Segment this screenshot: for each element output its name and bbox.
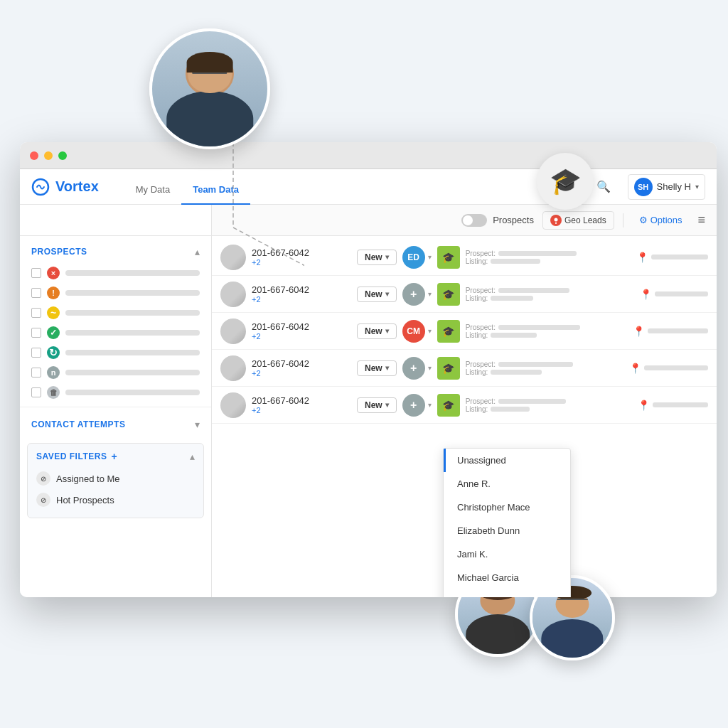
- sidebar-item[interactable]: ~: [20, 303, 211, 323]
- tab-my-data[interactable]: My Data: [124, 176, 181, 205]
- list-view-button[interactable]: ≡: [697, 213, 705, 228]
- dropdown-item-jami[interactable]: Jami K.: [444, 542, 570, 566]
- filter-item-hot-prospects[interactable]: ⊘ Hot Prospects: [36, 489, 195, 510]
- sidebar-item[interactable]: 🗑: [20, 382, 211, 402]
- table-row: 201-667-6042 +2 New ▾ + ▾ 🎓 Prospect: [212, 387, 717, 424]
- checkbox[interactable]: [31, 328, 41, 338]
- dropdown-item-michael[interactable]: Michael Garcia: [444, 566, 570, 589]
- dropdown-item-unassigned[interactable]: Unassigned: [444, 449, 570, 472]
- app-header: Vortex My Data Team Data 🔍 SH Shelly H ▾: [20, 169, 717, 205]
- assign-area[interactable]: + ▾: [402, 394, 432, 417]
- status-badge[interactable]: New ▾: [357, 397, 397, 413]
- checkbox[interactable]: [31, 348, 41, 358]
- status-label: New: [365, 252, 382, 262]
- geo-leads-label: Geo Leads: [564, 215, 606, 225]
- user-menu-button[interactable]: SH Shelly H ▾: [628, 174, 705, 200]
- status-badge[interactable]: New ▾: [357, 323, 397, 339]
- school-icon-button[interactable]: 🎓: [437, 283, 460, 306]
- status-badge[interactable]: New ▾: [357, 250, 397, 265]
- toolbar: Prospects Geo Leads ⚙ Options ≡: [212, 205, 717, 236]
- assign-area[interactable]: + ▾: [402, 357, 432, 380]
- top-portrait: [149, 28, 270, 149]
- saved-filters-collapse[interactable]: ▴: [190, 451, 195, 462]
- checkbox[interactable]: [31, 387, 41, 397]
- geo-leads-button[interactable]: Geo Leads: [542, 211, 614, 230]
- status-dot-yellow: ~: [47, 306, 60, 319]
- sidebar-item[interactable]: ✓: [20, 323, 211, 343]
- status-dot-green: ✓: [47, 326, 60, 339]
- location-pin-icon: 📍: [629, 363, 641, 374]
- status-badge[interactable]: New ▾: [357, 287, 397, 302]
- assignee-button[interactable]: +: [402, 357, 425, 380]
- location-bar: [648, 328, 708, 333]
- dropdown-item-christopher[interactable]: Christopher Mace: [444, 496, 570, 519]
- phone-col: 201-667-6042 +2: [252, 284, 351, 304]
- assign-area[interactable]: CM ▾: [402, 320, 432, 343]
- prospects-toggle[interactable]: Prospects: [461, 214, 534, 227]
- maximize-button[interactable]: [58, 151, 67, 160]
- school-icon-button[interactable]: 🎓: [437, 246, 460, 269]
- item-label-bar: [65, 330, 200, 336]
- toggle-switch[interactable]: [461, 214, 487, 227]
- status-dot-orange: !: [47, 287, 60, 299]
- phone-extra: +2: [252, 295, 351, 304]
- listing-line: Listing:: [466, 405, 632, 413]
- status-label: New: [365, 326, 382, 336]
- prospects-section-header: PROSPECTS ▴: [20, 236, 211, 263]
- location-bar: [644, 365, 708, 370]
- add-filter-button[interactable]: +: [111, 451, 117, 462]
- school-icon-button[interactable]: 🎓: [437, 394, 460, 417]
- gear-icon: ⚙: [639, 215, 648, 225]
- assignee-button[interactable]: +: [402, 283, 425, 306]
- filter-item-assigned-to-me[interactable]: ⊘ Assigned to Me: [36, 468, 195, 489]
- assignee-button[interactable]: +: [402, 394, 425, 417]
- checkbox[interactable]: [31, 268, 41, 278]
- table-row: 201-667-6042 +2 New ▾ + ▾ 🎓 Prospect: [212, 276, 717, 313]
- contact-attempts-chevron[interactable]: ▾: [195, 419, 200, 430]
- prospect-info: Prospect: Listing:: [466, 360, 623, 376]
- location-pin-icon: 📍: [633, 326, 645, 337]
- minimize-button[interactable]: [44, 151, 53, 160]
- assignee-button[interactable]: CM: [402, 320, 425, 343]
- checkbox[interactable]: [31, 308, 41, 318]
- listing-line: Listing:: [466, 368, 623, 376]
- location-pin-icon: 📍: [636, 252, 648, 263]
- status-dot-red: ×: [47, 267, 60, 279]
- close-button[interactable]: [30, 151, 38, 160]
- item-label-bar: [65, 290, 200, 296]
- status-badge[interactable]: New ▾: [357, 360, 397, 376]
- assign-area[interactable]: ED ▾: [402, 246, 432, 269]
- item-label-bar: [65, 270, 200, 276]
- dropdown-item-anne[interactable]: Anne R.: [444, 472, 570, 496]
- tab-team-data[interactable]: Team Data: [181, 176, 250, 205]
- prospects-collapse-icon[interactable]: ▴: [195, 246, 200, 257]
- assign-chevron-icon: ▾: [428, 327, 432, 335]
- logo-area: Vortex: [31, 178, 99, 196]
- prospect-bar: [498, 362, 573, 367]
- sidebar-item[interactable]: ↻: [20, 343, 211, 363]
- dropdown-item-elizabeth[interactable]: Elizabeth Dunn: [444, 519, 570, 542]
- table-row: 201-667-6042 +2 New ▾ CM ▾ 🎓 Prospec: [212, 313, 717, 350]
- assign-chevron-icon: ▾: [428, 253, 432, 261]
- phone-number: 201-667-6042: [252, 321, 351, 332]
- options-label: Options: [651, 215, 682, 225]
- table-row: 201-667-6042 +2 New ▾ ED ▾ 🎓 Prospec: [212, 239, 717, 276]
- assign-area[interactable]: + ▾: [402, 283, 432, 306]
- sidebar-item[interactable]: !: [20, 283, 211, 303]
- sidebar-item[interactable]: ×: [20, 263, 211, 283]
- assignee-button[interactable]: ED: [402, 246, 425, 269]
- options-button[interactable]: ⚙ Options: [632, 212, 690, 228]
- assign-chevron-icon: ▾: [428, 290, 432, 298]
- saved-filters-header: SAVED FILTERS + ▴: [36, 451, 195, 462]
- status-dot-trash: 🗑: [47, 386, 60, 399]
- sidebar-item[interactable]: n: [20, 363, 211, 382]
- search-button[interactable]: 🔍: [591, 177, 616, 196]
- school-icon-button[interactable]: 🎓: [437, 320, 460, 343]
- dropdown-item-ryan[interactable]: Ryan Hamilton: [444, 589, 570, 597]
- location-area: 📍: [629, 363, 708, 374]
- checkbox[interactable]: [31, 368, 41, 378]
- prospect-info: Prospect: Listing:: [466, 287, 634, 302]
- assignee-dropdown: Unassigned Anne R. Christopher Mace Eliz…: [443, 448, 571, 597]
- checkbox[interactable]: [31, 288, 41, 298]
- school-icon-button[interactable]: 🎓: [437, 357, 460, 380]
